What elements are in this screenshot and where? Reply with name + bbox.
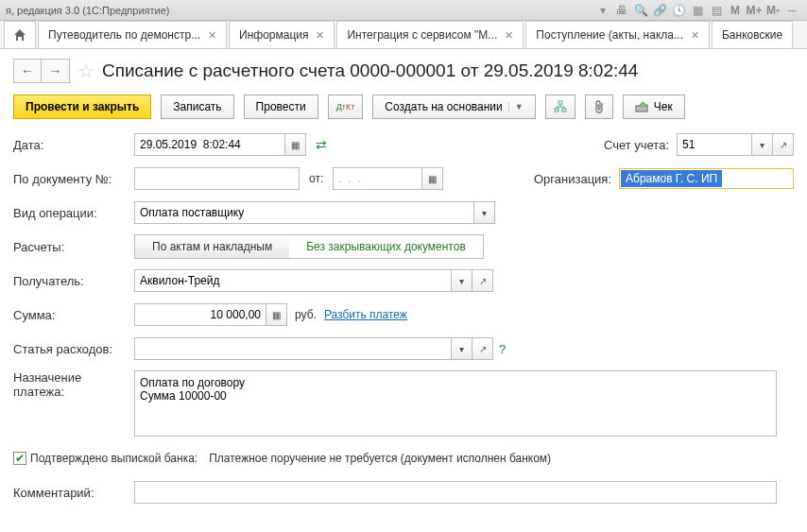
expense-label: Статья расходов: xyxy=(13,342,134,356)
conduct-button[interactable]: Провести xyxy=(244,94,318,119)
tab-receipt[interactable]: Поступление (акты, накла...✕ xyxy=(525,21,710,48)
docfrom-input[interactable] xyxy=(333,167,422,190)
nav-row: ← → ☆ Списание с расчетного счета 0000-0… xyxy=(13,59,794,83)
content-area: ← → ☆ Списание с расчетного счета 0000-0… xyxy=(0,49,807,523)
help-icon[interactable]: ? xyxy=(499,342,506,356)
svg-rect-0 xyxy=(558,101,562,104)
date-input[interactable] xyxy=(134,133,285,156)
m-minus-icon[interactable]: M- xyxy=(764,3,781,18)
calc-button[interactable]: ▦ xyxy=(266,303,287,326)
tree-icon xyxy=(554,100,567,113)
dropdown-button[interactable]: ▾ xyxy=(474,201,495,224)
confirmed-checkbox[interactable]: ✔ xyxy=(13,452,26,465)
forward-button[interactable]: → xyxy=(42,59,70,83)
close-icon[interactable]: ✕ xyxy=(691,29,699,42)
paperclip-icon xyxy=(593,100,605,113)
receipt-icon xyxy=(635,101,650,112)
calc-tab-noclose[interactable]: Без закрывающих документов xyxy=(289,235,483,258)
conduct-close-button[interactable]: Провести и закрыть xyxy=(13,94,151,119)
tab-integration[interactable]: Интеграция с сервисом "М...✕ xyxy=(336,21,524,48)
tab-info[interactable]: Информация✕ xyxy=(229,21,335,48)
currency-label: руб. xyxy=(295,308,317,321)
comment-input[interactable] xyxy=(134,481,777,504)
calc-tabs: По актам и накладным Без закрывающих док… xyxy=(134,234,484,259)
purpose-label: Назначение платежа: xyxy=(13,370,134,399)
date-label: Дата: xyxy=(13,138,134,152)
account-input[interactable] xyxy=(677,133,752,156)
back-button[interactable]: ← xyxy=(13,59,42,83)
clock-icon[interactable]: 🕓 xyxy=(670,3,687,18)
recipient-input[interactable] xyxy=(134,269,452,292)
docno-label: По документу №: xyxy=(13,172,134,186)
purpose-textarea[interactable]: Оплата по договору Сумма 10000-00 xyxy=(134,370,777,437)
create-based-button[interactable]: Создать на основании▼ xyxy=(372,94,535,119)
close-icon[interactable]: ✕ xyxy=(208,29,216,42)
page-title: Списание с расчетного счета 0000-000001 … xyxy=(102,60,638,81)
close-icon[interactable]: ✕ xyxy=(316,29,324,42)
refresh-icon[interactable]: ⇄ xyxy=(316,137,327,152)
calendar-button[interactable]: ▦ xyxy=(422,167,443,190)
tab-guide[interactable]: Путеводитель по демонстр...✕ xyxy=(38,21,227,48)
comment-label: Комментарий: xyxy=(13,486,134,500)
calc-tab-acts[interactable]: По актам и накладным xyxy=(135,235,289,258)
dropdown-icon[interactable]: ▾ xyxy=(594,3,611,18)
m-icon[interactable]: M xyxy=(727,3,744,18)
calc-icon[interactable]: ▦ xyxy=(689,3,706,18)
calendar-button[interactable]: ▦ xyxy=(285,133,306,156)
from-label: от: xyxy=(309,172,323,185)
confirmed-label: Подтверждено выпиской банка: xyxy=(30,452,197,465)
docno-input[interactable] xyxy=(134,167,300,190)
attach-button[interactable] xyxy=(585,94,613,119)
dtkt-button[interactable]: ДтКт xyxy=(328,94,364,119)
svg-rect-3 xyxy=(636,106,647,112)
svg-rect-2 xyxy=(562,109,566,112)
link-icon[interactable]: 🔗 xyxy=(651,3,668,18)
toolbar: Провести и закрыть Записать Провести ДтК… xyxy=(13,94,794,119)
organization-field[interactable]: Абрамов Г. С. ИП xyxy=(619,168,794,189)
structure-button[interactable] xyxy=(545,94,575,119)
minimize-icon[interactable]: ─ xyxy=(783,3,800,18)
calendar-icon[interactable]: ▤ xyxy=(708,3,725,18)
open-button[interactable]: ↗ xyxy=(472,269,493,292)
recipient-label: Получатель: xyxy=(13,274,134,288)
dropdown-button[interactable]: ▾ xyxy=(452,269,472,292)
open-button[interactable]: ↗ xyxy=(773,133,794,156)
close-icon[interactable]: ✕ xyxy=(505,29,513,42)
optype-input[interactable] xyxy=(134,201,474,224)
amount-label: Сумма: xyxy=(13,308,134,322)
open-button[interactable]: ↗ xyxy=(472,337,493,360)
amount-input[interactable] xyxy=(134,303,266,326)
favorite-icon[interactable]: ☆ xyxy=(77,60,94,82)
window-titlebar: я, редакция 3.0 (1С:Предприятие) ▾ 🖶 🔍 🔗… xyxy=(0,0,807,21)
write-button[interactable]: Записать xyxy=(161,94,233,119)
app-title: я, редакция 3.0 (1С:Предприятие) xyxy=(6,5,169,16)
split-payment-link[interactable]: Разбить платеж xyxy=(324,308,407,321)
dropdown-button[interactable]: ▾ xyxy=(452,337,472,360)
print-icon[interactable]: 🖶 xyxy=(613,3,630,18)
payment-order-text: Платежное поручение не требуется (докуме… xyxy=(209,452,551,465)
tab-bar: Путеводитель по демонстр...✕ Информация✕… xyxy=(0,21,807,49)
account-label: Счет учета: xyxy=(584,138,669,152)
home-tab[interactable] xyxy=(4,21,36,48)
home-icon xyxy=(12,27,27,43)
expense-input[interactable] xyxy=(134,337,452,360)
cheque-button[interactable]: Чек xyxy=(623,94,685,119)
svg-rect-1 xyxy=(555,109,558,112)
organization-value: Абрамов Г. С. ИП xyxy=(621,170,722,187)
search-icon[interactable]: 🔍 xyxy=(632,3,649,18)
organization-label: Организация: xyxy=(526,172,611,186)
tab-bank[interactable]: Банковские xyxy=(712,21,793,48)
m-plus-icon[interactable]: M+ xyxy=(746,3,763,18)
dropdown-button[interactable]: ▾ xyxy=(752,133,773,156)
optype-label: Вид операции: xyxy=(13,206,134,220)
calc-label: Расчеты: xyxy=(13,240,134,254)
